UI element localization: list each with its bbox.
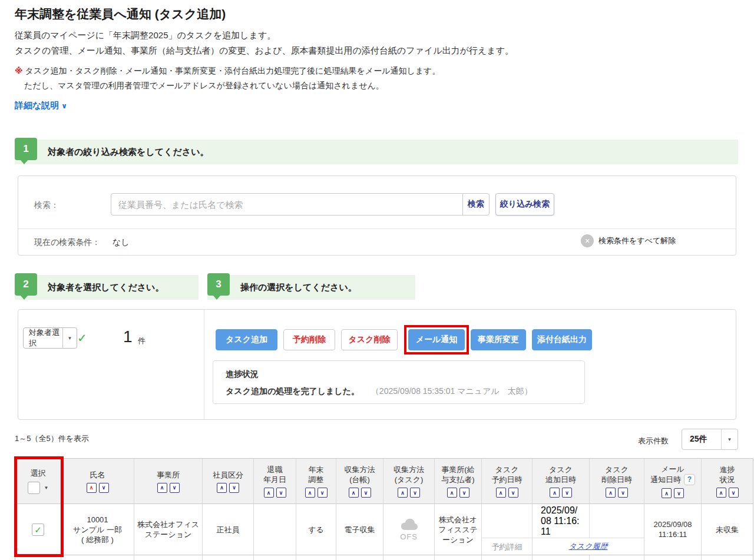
current-condition-value: なし bbox=[113, 237, 130, 248]
sort-asc-button[interactable]: ∧ bbox=[398, 488, 408, 498]
page-title: 年末調整を従業員へ通知 (タスク追加) bbox=[15, 6, 226, 22]
target-select-dropdown[interactable]: 対象者選択 ▼ bbox=[23, 327, 77, 349]
task-history-link[interactable]: タスク履歴 bbox=[569, 541, 608, 552]
step2-badge: 2 bbox=[15, 273, 37, 296]
next-row-partial bbox=[15, 555, 753, 560]
table-row: ✓ 10001 サンプル 一郎 ( 総務部 ) 株式会社オフィスステーション 正… bbox=[15, 504, 753, 555]
selection-check-icon: ✓ bbox=[77, 331, 87, 345]
row-retirement-date-cell bbox=[254, 504, 296, 555]
clear-x-icon: ✕ bbox=[581, 234, 594, 247]
progress-message-line: タスク追加の処理を完了しました。 （2025/09/08 15:35:01 マニ… bbox=[226, 386, 533, 397]
sort-desc-button[interactable]: ∨ bbox=[99, 483, 109, 493]
sort-asc-button[interactable]: ∧ bbox=[550, 488, 560, 498]
select-menu-caret-icon[interactable]: ▼ bbox=[44, 483, 49, 493]
sort-desc-button[interactable]: ∨ bbox=[459, 488, 469, 498]
notice: ※ タスク追加・タスク削除・メール通知・事業所変更・添付台紙出力処理完了後に処理… bbox=[15, 64, 440, 93]
ofs-cloud-status: OFS bbox=[397, 517, 421, 542]
sort-desc-button[interactable]: ∨ bbox=[361, 488, 371, 498]
sort-desc-button[interactable]: ∨ bbox=[410, 488, 420, 498]
detail-description-link[interactable]: 詳細な説明∨ bbox=[15, 100, 67, 111]
check-icon: ✓ bbox=[34, 525, 42, 535]
reserve-detail-link[interactable]: 予約詳細 bbox=[492, 542, 522, 552]
sort-desc-button[interactable]: ∨ bbox=[618, 488, 628, 498]
task-delete-button[interactable]: タスク削除 bbox=[341, 329, 398, 350]
sort-asc-button[interactable]: ∧ bbox=[264, 488, 274, 498]
row-collect-task-cell: OFS bbox=[383, 504, 435, 555]
col-header-task-delete-datetime: タスク 削除日時 ∧∨ bbox=[590, 459, 644, 503]
per-page-label: 表示件数 bbox=[638, 436, 669, 446]
sort-asc-button[interactable]: ∧ bbox=[349, 488, 359, 498]
row-task-add-delete-group: 2025/09/08 11:16:11 タスク履歴 bbox=[533, 504, 644, 555]
ofs-label: OFS bbox=[400, 532, 418, 542]
chevron-down-icon: ∨ bbox=[61, 102, 67, 110]
sort-desc-button[interactable]: ∨ bbox=[562, 488, 572, 498]
col-header-employee-type: 社員区分 ∧∨ bbox=[203, 459, 254, 503]
progress-panel: 進捗状況 タスク追加の処理を完了しました。 （2025/09/08 15:35:… bbox=[213, 360, 585, 404]
description-line: タスクの管理、メール通知、事業所（給与支払者）の変更、および、原本書類提出用の添… bbox=[15, 43, 514, 58]
col-header-retirement-date: 退職 年月日 ∧∨ bbox=[254, 459, 296, 503]
search-input[interactable] bbox=[111, 193, 463, 216]
progress-timestamp: （2025/09/08 15:35:01 マニュアル 太郎） bbox=[371, 386, 533, 396]
progress-title: 進捗状況 bbox=[226, 369, 259, 380]
selection-actions-panel: 対象者選択 ▼ ✓ 1 件 タスク追加 予約削除 タスク削除 メール通知 事業所… bbox=[18, 309, 736, 420]
step3-label: 操作の選択をしてください。 bbox=[240, 282, 357, 293]
table-header-row: 選択 ▼ 氏名 ∧∨ 事業所 ∧∨ 社員区分 ∧∨ 退職 年月日 bbox=[15, 459, 753, 504]
task-delete-datetime bbox=[590, 504, 644, 538]
task-add-button[interactable]: タスク追加 bbox=[216, 329, 277, 350]
sort-asc-button[interactable]: ∧ bbox=[217, 483, 227, 493]
step2-band: 2 対象者を選択してください。 bbox=[15, 275, 199, 300]
notice-line: ※ タスク追加・タスク削除・メール通知・事業所変更・添付台紙出力処理完了後に処理… bbox=[15, 64, 440, 78]
col-header-task-reserve-datetime: タスク 予約日時 ∧∨ bbox=[482, 459, 533, 503]
divider bbox=[18, 228, 736, 229]
current-condition-label: 現在の検索条件： bbox=[34, 237, 100, 248]
col-header-office: 事業所 ∧∨ bbox=[134, 459, 203, 503]
page-description: 従業員のマイページに「年末調整2025」のタスクを追加します。 タスクの管理、メ… bbox=[15, 28, 514, 58]
clear-search-conditions[interactable]: ✕ 検索条件をすべて解除 bbox=[581, 234, 676, 247]
row-mail-notify-cell: 2025/09/08 11:16:11 bbox=[644, 504, 702, 555]
row-office-cell: 株式会社オフィスステーション bbox=[134, 504, 203, 555]
office-change-button[interactable]: 事業所変更 bbox=[471, 329, 526, 350]
mail-notify-button[interactable]: メール通知 bbox=[408, 329, 465, 350]
row-employee-type-cell: 正社員 bbox=[203, 504, 254, 555]
notice-line: ただし、マスタ管理の利用者管理でメールアドレスが登録されていない場合は通知されま… bbox=[15, 78, 440, 93]
sort-asc-button[interactable]: ∧ bbox=[716, 488, 726, 498]
search-button[interactable]: 検索 bbox=[462, 193, 490, 216]
sort-desc-button[interactable]: ∨ bbox=[170, 483, 180, 493]
page: 年末調整を従業員へ通知 (タスク追加) 従業員のマイページに「年末調整2025」… bbox=[0, 0, 754, 560]
col-header-office-payer: 事業所(給 与支払者) ∧∨ bbox=[435, 459, 482, 503]
sort-desc-button[interactable]: ∨ bbox=[729, 488, 739, 498]
sort-asc-button[interactable]: ∧ bbox=[606, 488, 616, 498]
sort-asc-button[interactable]: ∧ bbox=[447, 488, 457, 498]
step1-badge: 1 bbox=[15, 138, 37, 160]
cloud-icon bbox=[397, 517, 421, 531]
sort-asc-button[interactable]: ∧ bbox=[157, 483, 167, 493]
sort-desc-button[interactable]: ∨ bbox=[674, 488, 684, 498]
progress-message: タスク追加の処理を完了しました。 bbox=[226, 386, 359, 396]
step3-band: 3 操作の選択をしてください。 bbox=[207, 275, 415, 300]
select-all-checkbox[interactable] bbox=[28, 482, 40, 494]
sort-asc-button[interactable]: ∧ bbox=[496, 488, 506, 498]
search-panel: 検索： 検索 絞り込み検索 現在の検索条件： なし ✕ 検索条件をすべて解除 bbox=[18, 175, 736, 256]
col-header-collect-task: 収集方法 (タスク) ∧∨ bbox=[383, 459, 435, 503]
sort-asc-button[interactable]: ∧ bbox=[662, 488, 672, 498]
sort-asc-button[interactable]: ∧ bbox=[87, 483, 97, 493]
search-label: 検索： bbox=[34, 200, 59, 211]
row-name-cell: 10001 サンプル 一郎 ( 総務部 ) bbox=[61, 504, 134, 555]
row-task-reserve-cell: 予約詳細 bbox=[482, 504, 533, 555]
employee-table: 選択 ▼ 氏名 ∧∨ 事業所 ∧∨ 社員区分 ∧∨ 退職 年月日 bbox=[15, 458, 753, 560]
per-page-dropdown[interactable]: 25件 ▼ bbox=[682, 429, 738, 450]
sort-desc-button[interactable]: ∨ bbox=[318, 488, 328, 498]
help-icon[interactable]: ? bbox=[684, 474, 695, 485]
col-header-mail-notify-datetime: メール 通知日時 ? ∧∨ bbox=[644, 459, 702, 503]
sort-asc-button[interactable]: ∧ bbox=[305, 488, 315, 498]
step3-badge: 3 bbox=[207, 273, 230, 296]
sort-desc-button[interactable]: ∨ bbox=[229, 483, 239, 493]
row-checkbox[interactable]: ✓ bbox=[32, 523, 44, 536]
row-office-payer-cell: 株式会社オフィスステーション bbox=[435, 504, 482, 555]
sort-desc-button[interactable]: ∨ bbox=[508, 488, 518, 498]
filter-search-button[interactable]: 絞り込み検索 bbox=[495, 193, 554, 216]
col-header-collect-ledger: 収集方法 (台帳) ∧∨ bbox=[336, 459, 383, 503]
attachment-output-button[interactable]: 添付台紙出力 bbox=[532, 329, 592, 350]
sort-desc-button[interactable]: ∨ bbox=[276, 488, 286, 498]
reserve-delete-button[interactable]: 予約削除 bbox=[283, 329, 335, 350]
